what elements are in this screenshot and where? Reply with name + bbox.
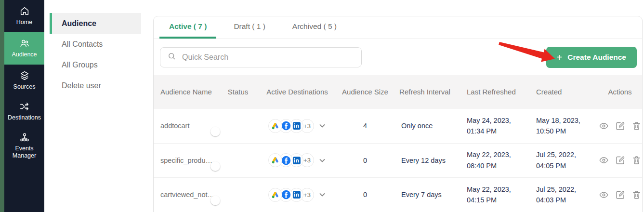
column-header-created: Created	[528, 87, 598, 97]
tab-label: Active ( 7 )	[169, 22, 207, 31]
sidebar-item-delete-user[interactable]: Delete user	[50, 75, 141, 96]
sidebar-item-all-groups[interactable]: All Groups	[50, 54, 141, 75]
nav-item-label: Home	[16, 19, 32, 26]
created-cell: May 18, 2023,10:50 PM	[528, 115, 598, 137]
app-root: HomeAudienceSourcesDestinationsEvents Ma…	[0, 0, 644, 212]
active-destinations-cell: +3	[255, 153, 340, 167]
nav-item-destinations[interactable]: Destinations	[4, 96, 44, 126]
sidebar-item-label: All Contacts	[62, 40, 103, 49]
toolbar: + Create Audience	[154, 39, 642, 75]
chevron-down-icon[interactable]	[318, 191, 326, 199]
actions-cell	[598, 155, 642, 165]
tab-label: Archived ( 5 )	[292, 22, 337, 31]
delete-icon[interactable]	[631, 121, 642, 131]
column-header-refresh-interval: Refresh Interval	[391, 87, 459, 97]
sidebar-item-label: Audience	[62, 19, 96, 28]
actions-cell	[598, 121, 642, 131]
plus-icon: +	[557, 53, 563, 62]
audience-size-cell: 0	[340, 191, 391, 199]
chevron-down-icon[interactable]	[318, 122, 326, 130]
refresh-interval-cell: Every 7 days	[391, 191, 459, 199]
nav-item-label: Events Manager	[5, 145, 43, 159]
tab-archived[interactable]: Archived ( 5 )	[283, 16, 346, 39]
column-header-active-destinations: Active Destinations	[255, 87, 340, 97]
view-icon[interactable]	[599, 121, 609, 131]
create-audience-button[interactable]: + Create Audience	[546, 47, 637, 68]
sources-icon	[19, 70, 30, 81]
tab-draft[interactable]: Draft ( 1 )	[224, 16, 275, 39]
column-header-actions: Actions	[598, 87, 642, 97]
refresh-interval-cell: Only once	[391, 122, 459, 130]
delete-icon[interactable]	[631, 155, 642, 165]
view-icon[interactable]	[599, 190, 609, 200]
chevron-down-icon[interactable]	[318, 157, 326, 164]
edit-icon[interactable]	[615, 155, 625, 165]
home-icon	[19, 6, 30, 16]
nav-item-home[interactable]: Home	[4, 1, 44, 31]
destinations-icon	[19, 101, 30, 112]
table-row: cartviewed_not…+30Every 7 daysMay 22, 20…	[154, 178, 642, 212]
search-input[interactable]	[182, 53, 355, 62]
google-ads-icon	[268, 153, 282, 167]
google-ads-icon	[268, 119, 282, 133]
edit-icon[interactable]	[615, 121, 625, 131]
view-icon[interactable]	[599, 155, 609, 165]
table-body: addtocart+34Only onceMay 24, 2023,01:34 …	[154, 109, 642, 212]
last-refreshed-cell: May 22, 2023,08:40 PM	[459, 149, 528, 171]
audience-size-cell: 4	[340, 122, 391, 130]
refresh-interval-cell: Every 12 days	[391, 157, 459, 164]
main-content: Active ( 7 )Draft ( 1 )Archived ( 5 ) + …	[149, 0, 644, 212]
column-header-audience-size: Audience Size	[340, 87, 391, 97]
audience-size-cell: 0	[340, 157, 391, 164]
column-header-audience-name: Audience Name	[154, 87, 221, 97]
column-header-status: Status	[221, 87, 255, 97]
edit-icon[interactable]	[615, 190, 625, 200]
table-header: Audience NameStatusActive DestinationsAu…	[154, 75, 642, 109]
events-manager-icon	[19, 132, 30, 143]
audience-card: Active ( 7 )Draft ( 1 )Archived ( 5 ) + …	[153, 16, 643, 212]
actions-cell	[598, 190, 642, 200]
nav-item-events-manager[interactable]: Events Manager	[4, 127, 44, 164]
nav-item-label: Audience	[12, 51, 37, 58]
create-audience-label: Create Audience	[567, 53, 626, 62]
active-destinations-cell: +3	[255, 188, 340, 202]
search-icon	[167, 52, 176, 63]
created-cell: Jul 25, 2022,04:05 PM	[528, 149, 598, 171]
last-refreshed-cell: May 22, 2023,04:15 PM	[459, 184, 528, 206]
secondary-sidebar: AudienceAll ContactsAll GroupsDelete use…	[44, 0, 149, 212]
sidebar-item-label: All Groups	[62, 61, 98, 69]
nav-item-sources[interactable]: Sources	[4, 66, 44, 95]
audience-icon	[19, 38, 30, 49]
last-refreshed-cell: May 24, 2023,01:34 PM	[459, 115, 528, 137]
sidebar-item-audience[interactable]: Audience	[50, 13, 141, 34]
primary-sidebar: HomeAudienceSourcesDestinationsEvents Ma…	[0, 0, 44, 212]
delete-icon[interactable]	[631, 190, 642, 200]
sidebar-item-label: Delete user	[62, 81, 101, 90]
table-row: addtocart+34Only onceMay 24, 2023,01:34 …	[154, 109, 642, 144]
column-header-last-refreshed: Last Refreshed	[459, 87, 528, 97]
sidebar-item-all-contacts[interactable]: All Contacts	[50, 34, 141, 54]
tab-bar: Active ( 7 )Draft ( 1 )Archived ( 5 )	[154, 16, 642, 39]
created-cell: Jul 25, 2022,04:03 PM	[528, 184, 598, 206]
active-destinations-cell: +3	[255, 119, 340, 133]
nav-item-label: Destinations	[8, 114, 41, 121]
nav-item-label: Sources	[13, 83, 36, 91]
tab-active[interactable]: Active ( 7 )	[159, 16, 216, 39]
search-box[interactable]	[160, 47, 362, 67]
tab-label: Draft ( 1 )	[234, 22, 265, 31]
nav-item-audience[interactable]: Audience	[4, 32, 44, 65]
google-ads-icon	[268, 188, 282, 202]
table-row: specific_produ…+30Every 12 daysMay 22, 2…	[154, 144, 642, 178]
